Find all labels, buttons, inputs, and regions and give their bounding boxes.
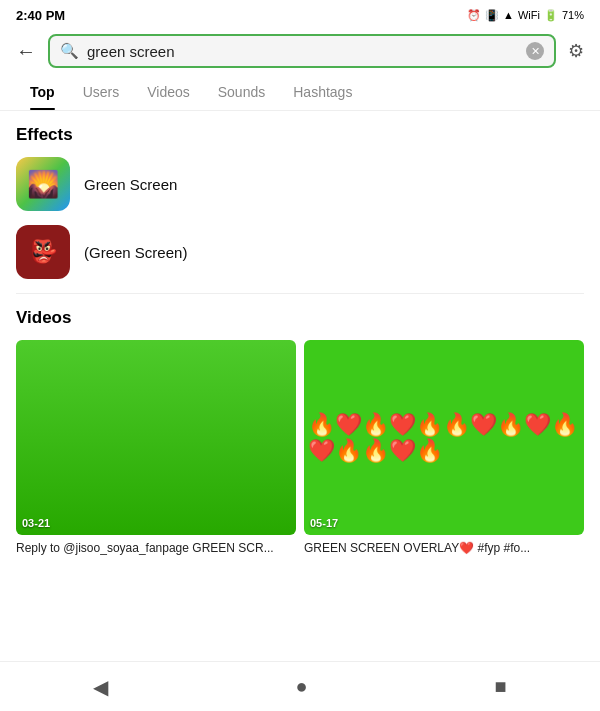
search-icon: 🔍 bbox=[60, 42, 79, 60]
video-thumb-green-solid bbox=[16, 340, 296, 535]
bottom-nav: ◀ ● ■ bbox=[0, 661, 600, 711]
video-thumb-1: 03-21 bbox=[16, 340, 296, 535]
tab-top[interactable]: Top bbox=[16, 74, 69, 110]
effect-thumb-green-screen-image: 🌄 bbox=[16, 157, 70, 211]
effects-section: Effects 🌄 Green Screen 👺 (Green Screen) bbox=[16, 125, 584, 279]
effect-thumb-green-screen-2: 👺 bbox=[16, 225, 70, 279]
search-clear-button[interactable]: ✕ bbox=[526, 42, 544, 60]
battery-percent: 71% bbox=[562, 9, 584, 21]
status-icons: ⏰ 📳 ▲ WiFi 🔋 71% bbox=[467, 9, 584, 22]
nav-back-button[interactable]: ◀ bbox=[73, 667, 128, 707]
alarm-icon: ⏰ bbox=[467, 9, 481, 22]
search-bar-row: ← 🔍 green screen ✕ ⚙ bbox=[0, 28, 600, 74]
effect-thumb-green-screen: 🌄 bbox=[16, 157, 70, 211]
main-content: Effects 🌄 Green Screen 👺 (Green Screen) … bbox=[0, 111, 600, 644]
effects-title: Effects bbox=[16, 125, 584, 145]
video-card-2[interactable]: 🔥❤️🔥❤️🔥🔥❤️🔥❤️🔥❤️🔥🔥❤️🔥 05-17 GREEN SCREEN… bbox=[304, 340, 584, 557]
section-divider bbox=[16, 293, 584, 294]
tabs-row: Top Users Videos Sounds Hashtags bbox=[0, 74, 600, 111]
videos-grid: 03-21 Reply to @jisoo_soyaa_fanpage GREE… bbox=[16, 340, 584, 557]
signal-icon: ▲ bbox=[503, 9, 514, 21]
video-thumb-emoji-overlay: 🔥❤️🔥❤️🔥🔥❤️🔥❤️🔥❤️🔥🔥❤️🔥 bbox=[304, 340, 584, 535]
videos-title: Videos bbox=[16, 308, 584, 328]
videos-section: Videos 03-21 Reply to @jisoo_soyaa_fanpa… bbox=[16, 308, 584, 557]
wifi-icon: WiFi bbox=[518, 9, 540, 21]
tab-videos[interactable]: Videos bbox=[133, 74, 204, 110]
search-query-text: green screen bbox=[87, 43, 518, 60]
battery-icon: 🔋 bbox=[544, 9, 558, 22]
tab-sounds[interactable]: Sounds bbox=[204, 74, 279, 110]
effect-item-green-screen-2[interactable]: 👺 (Green Screen) bbox=[16, 225, 584, 279]
video-caption-1: Reply to @jisoo_soyaa_fanpage GREEN SCR.… bbox=[16, 540, 296, 557]
vibrate-icon: 📳 bbox=[485, 9, 499, 22]
effect-name-green-screen-2: (Green Screen) bbox=[84, 244, 187, 261]
tab-users[interactable]: Users bbox=[69, 74, 134, 110]
status-time: 2:40 PM bbox=[16, 8, 65, 23]
video-caption-2: GREEN SCREEN OVERLAY❤️ #fyp #fo... bbox=[304, 540, 584, 557]
status-bar: 2:40 PM ⏰ 📳 ▲ WiFi 🔋 71% bbox=[0, 0, 600, 28]
tab-hashtags[interactable]: Hashtags bbox=[279, 74, 366, 110]
video-thumb-2: 🔥❤️🔥❤️🔥🔥❤️🔥❤️🔥❤️🔥🔥❤️🔥 05-17 bbox=[304, 340, 584, 535]
effect-item-green-screen[interactable]: 🌄 Green Screen bbox=[16, 157, 584, 211]
effect-name-green-screen: Green Screen bbox=[84, 176, 177, 193]
back-button[interactable]: ← bbox=[12, 36, 40, 67]
video-card-1[interactable]: 03-21 Reply to @jisoo_soyaa_fanpage GREE… bbox=[16, 340, 296, 557]
video-timestamp-1: 03-21 bbox=[22, 517, 50, 529]
effect-thumb-red-image: 👺 bbox=[16, 225, 70, 279]
video-timestamp-2: 05-17 bbox=[310, 517, 338, 529]
search-box[interactable]: 🔍 green screen ✕ bbox=[48, 34, 556, 68]
nav-recents-button[interactable]: ■ bbox=[474, 667, 526, 706]
filter-button[interactable]: ⚙ bbox=[564, 36, 588, 66]
nav-home-button[interactable]: ● bbox=[275, 667, 327, 706]
